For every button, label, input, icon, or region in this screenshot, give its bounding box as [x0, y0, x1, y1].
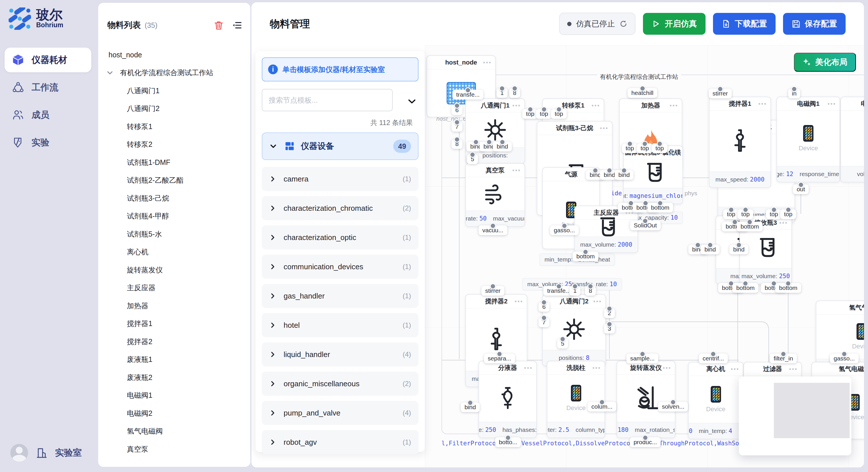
port-pill-7[interactable]: 7	[538, 317, 549, 327]
port-pill-top[interactable]: top	[637, 143, 652, 153]
port-pill-bind[interactable]: bind	[461, 402, 479, 412]
tree-item[interactable]: 试剂瓶1-DMF	[98, 154, 249, 171]
node-menu-icon[interactable]: •••	[592, 99, 600, 112]
port-pill-1[interactable]: 1	[497, 88, 507, 98]
canvas-node[interactable]: 离心机••• Devicetemp: 40min_temp: 4max_spe	[688, 362, 743, 439]
port-pill-stirrer[interactable]: stirrer	[709, 89, 732, 98]
node-menu-icon[interactable]: •••	[670, 99, 678, 112]
port-pill-gasso[interactable]: gasso...	[830, 353, 859, 363]
port-pill-sample[interactable]: sample...	[626, 353, 658, 363]
tree-item[interactable]: 转移泵1	[98, 117, 249, 136]
tree-item[interactable]: 八通阀门1	[98, 82, 249, 100]
tree-item[interactable]: 氢气电磁阀	[98, 423, 249, 440]
sidebar-item-experiment[interactable]: 实验	[5, 130, 91, 155]
port-pill-top[interactable]: top	[766, 209, 782, 219]
port-pill-1[interactable]: 1	[569, 286, 580, 296]
template-category-communication_devices[interactable]: communication_devices (1)	[262, 255, 418, 279]
port-pill-stirrer[interactable]: stirrer	[482, 286, 504, 296]
port-pill-gasso[interactable]: gasso...	[550, 225, 579, 235]
template-search-input[interactable]	[262, 89, 393, 111]
tree-item[interactable]: host_node	[98, 46, 249, 64]
node-menu-icon[interactable]: •••	[592, 361, 601, 374]
port-pill-out[interactable]: out	[793, 184, 809, 194]
port-pill-filterin[interactable]: filter_in	[770, 353, 797, 363]
node-menu-icon[interactable]: •••	[524, 361, 533, 374]
node-menu-icon[interactable]: •••	[789, 363, 798, 376]
port-pill-6[interactable]: 6	[538, 302, 549, 312]
user-avatar[interactable]	[10, 444, 28, 462]
node-menu-icon[interactable]: •••	[513, 99, 521, 112]
tree-item[interactable]: 搅拌器1	[98, 315, 249, 333]
tree-item[interactable]: 加热器	[98, 297, 249, 315]
canvas-node[interactable]: 主反应器••• max_volume: 2000	[575, 206, 638, 253]
port-pill-colum[interactable]: colum...	[588, 402, 616, 411]
tree-item[interactable]: 试剂瓶4-甲醇	[98, 207, 249, 225]
port-pill-transfe[interactable]: transfe...	[453, 90, 484, 100]
tree-item[interactable]: 电磁阀1	[98, 386, 249, 405]
port-pill-bind[interactable]: bind	[493, 142, 512, 151]
port-pill-top[interactable]: top	[536, 109, 552, 119]
collapse-tree-icon[interactable]	[232, 20, 242, 30]
template-category-liquid_handler[interactable]: liquid_handler (4)	[262, 342, 418, 367]
port-pill-bottom[interactable]: bottom	[733, 283, 758, 293]
port-pill-top[interactable]: top	[622, 143, 638, 153]
simulation-status-pill[interactable]: 仿真已停止	[559, 12, 636, 35]
template-category-hotel[interactable]: hotel (1)	[262, 313, 418, 337]
port-pill-heatchill[interactable]: heatchill	[627, 88, 657, 98]
tree-item[interactable]: 试剂瓶2-乙酸乙酯	[98, 171, 249, 190]
canvas-node[interactable]: 八通阀门2••• positions: 8	[542, 294, 606, 366]
port-pill-botto[interactable]: botto...	[495, 437, 521, 447]
template-category-characterization_chromatic[interactable]: characterization_chromatic (2)	[262, 196, 418, 220]
port-pill-top[interactable]: top	[723, 209, 739, 219]
canvas-node[interactable]: 电磁阀2••• voltage: 12	[840, 97, 864, 182]
port-pill-bind[interactable]: bind	[730, 245, 748, 255]
start-simulation-button[interactable]: 开启仿真	[643, 13, 706, 35]
port-pill-vacuu[interactable]: vacuu...	[478, 225, 507, 235]
sidebar-item-workflow[interactable]: 工作流	[5, 75, 91, 100]
template-category-gas_handler[interactable]: gas_handler (1)	[262, 284, 418, 308]
node-menu-icon[interactable]: •••	[758, 97, 767, 110]
port-pill-bottom[interactable]: bottom	[775, 283, 801, 293]
tree-item[interactable]: 废液瓶1	[98, 351, 249, 369]
port-pill-top[interactable]: top	[652, 143, 668, 153]
port-pill-bottom[interactable]: bottom	[572, 251, 598, 261]
port-pill-bind[interactable]: bind	[615, 170, 633, 180]
sidebar-footer[interactable]: 实验室	[10, 444, 82, 462]
tree-item[interactable]: 真空泵	[98, 440, 249, 458]
canvas-node[interactable]: 分液器••• volume: 250has_phases: true	[478, 361, 537, 438]
port-pill-bind[interactable]: bind	[701, 245, 720, 255]
node-menu-icon[interactable]: •••	[663, 361, 671, 374]
tree-item[interactable]: 离心机	[98, 243, 249, 261]
port-pill-6[interactable]: 6	[452, 105, 462, 115]
node-menu-icon[interactable]: •••	[731, 363, 739, 376]
collapse-all-chevron-icon[interactable]	[407, 96, 417, 106]
flow-canvas[interactable]: 有机化学流程综合测试工作站 l,FilterProtocol,CleanVess…	[425, 45, 864, 467]
template-category-camera[interactable]: camera (1)	[262, 167, 418, 191]
delete-all-icon[interactable]	[214, 20, 224, 30]
tree-item[interactable]: 电磁阀2	[98, 404, 249, 423]
port-pill-separa[interactable]: separa...	[484, 353, 515, 363]
canvas-node[interactable]: 电磁阀1••• Devicevoltage: 12response_time: …	[776, 97, 840, 182]
node-menu-icon[interactable]: •••	[828, 97, 836, 110]
tree-item[interactable]: 试剂瓶5-水	[98, 225, 249, 243]
refresh-icon[interactable]	[619, 20, 627, 28]
template-category-organic_miscellaneous[interactable]: organic_miscellaneous (2)	[262, 372, 418, 396]
canvas-node[interactable]: 旋转蒸发仪••• temp: 180max_rotation_speed:	[617, 361, 675, 438]
port-pill-3[interactable]: 3	[604, 324, 615, 334]
port-pill-5[interactable]: 5	[467, 154, 478, 164]
save-config-button[interactable]: 保存配置	[783, 13, 846, 35]
chevron-down-icon[interactable]	[106, 69, 114, 76]
port-pill-top[interactable]: top	[737, 209, 753, 219]
template-category-characterization_optic[interactable]: characterization_optic (1)	[262, 225, 418, 249]
node-menu-icon[interactable]: •••	[513, 164, 521, 177]
canvas-node[interactable]: 真空泵••• pump_rate: 50max_vacuum: 0.1	[465, 163, 525, 227]
port-pill-top[interactable]: top	[780, 209, 796, 219]
tree-item[interactable]: 转移泵2	[98, 136, 249, 154]
sidebar-item-members[interactable]: 成员	[5, 103, 91, 127]
node-menu-icon[interactable]: •••	[670, 146, 679, 159]
port-pill-8[interactable]: 8	[452, 139, 462, 149]
port-pill-8[interactable]: 8	[585, 286, 596, 296]
port-pill-top[interactable]: top	[551, 109, 567, 119]
minimap[interactable]	[739, 376, 851, 456]
node-menu-icon[interactable]: •••	[483, 56, 492, 69]
